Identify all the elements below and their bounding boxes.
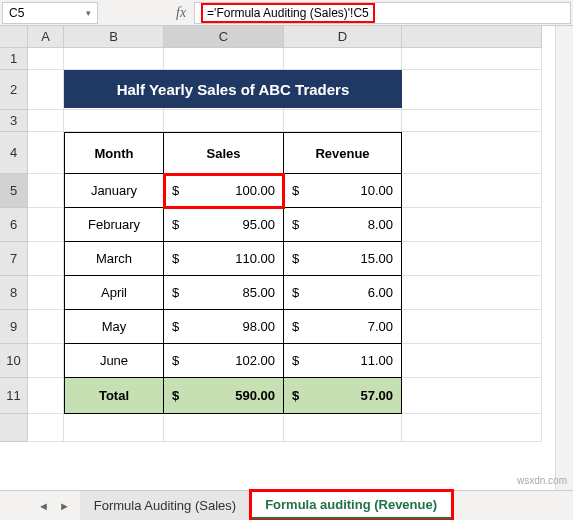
cell-month[interactable]: January xyxy=(64,174,164,208)
table-row-total: Total $590.00 $57.00 xyxy=(64,378,402,414)
tab-nav[interactable]: ◄ ► xyxy=(28,491,80,520)
row-header-1[interactable]: 1 xyxy=(0,48,28,70)
watermark: wsxdn.com xyxy=(517,475,567,486)
table-row: May $98.00 $7.00 xyxy=(64,310,402,344)
cell-revenue[interactable]: $8.00 xyxy=(284,208,402,242)
triangle-left-icon[interactable]: ◄ xyxy=(38,500,49,512)
header-sales: Sales xyxy=(164,132,284,174)
cells-area[interactable]: Half Yearly Sales of ABC Traders Month S… xyxy=(28,48,542,442)
column-headers: A B C D xyxy=(0,26,573,48)
row-header-6[interactable]: 6 xyxy=(0,208,28,242)
table-row: March $110.00 $15.00 xyxy=(64,242,402,276)
cell-sales[interactable]: $85.00 xyxy=(164,276,284,310)
cell-month[interactable]: May xyxy=(64,310,164,344)
cell-revenue[interactable]: $10.00 xyxy=(284,174,402,208)
fx-icon[interactable]: fx xyxy=(168,5,194,21)
cell-revenue[interactable]: $11.00 xyxy=(284,344,402,378)
row-header-10[interactable]: 10 xyxy=(0,344,28,378)
page-title: Half Yearly Sales of ABC Traders xyxy=(64,70,402,108)
cell-sales[interactable]: $110.00 xyxy=(164,242,284,276)
formula-input[interactable]: ='Formula Auditing (Sales)'!C5 xyxy=(194,2,571,24)
row-header-5[interactable]: 5 xyxy=(0,174,28,208)
row-header-7[interactable]: 7 xyxy=(0,242,28,276)
col-header-c[interactable]: C xyxy=(164,26,284,48)
table-row: January $100.00 $10.00 xyxy=(64,174,402,208)
cell-sales[interactable]: $102.00 xyxy=(164,344,284,378)
row-header-2[interactable]: 2 xyxy=(0,70,28,110)
name-box[interactable]: C5 ▾ xyxy=(2,2,98,24)
cell-revenue[interactable]: $7.00 xyxy=(284,310,402,344)
header-revenue: Revenue xyxy=(284,132,402,174)
cell-revenue[interactable]: $15.00 xyxy=(284,242,402,276)
col-header-b[interactable]: B xyxy=(64,26,164,48)
table-row: February $95.00 $8.00 xyxy=(64,208,402,242)
tab-sales[interactable]: Formula Auditing (Sales) xyxy=(80,491,251,520)
cell-month[interactable]: June xyxy=(64,344,164,378)
col-header-blank[interactable] xyxy=(402,26,542,48)
cell-total-label[interactable]: Total xyxy=(64,378,164,414)
col-header-d[interactable]: D xyxy=(284,26,402,48)
tab-label: Formula auditing (Revenue) xyxy=(265,497,437,512)
cell-month[interactable]: February xyxy=(64,208,164,242)
row-header-4[interactable]: 4 xyxy=(0,132,28,174)
chevron-down-icon[interactable]: ▾ xyxy=(86,8,91,18)
tab-revenue[interactable]: Formula auditing (Revenue) xyxy=(251,491,452,520)
cell-month[interactable]: April xyxy=(64,276,164,310)
data-table: Month Sales Revenue January $100.00 $10.… xyxy=(64,132,402,414)
row-header-8[interactable]: 8 xyxy=(0,276,28,310)
cell-total-revenue[interactable]: $57.00 xyxy=(284,378,402,414)
formula-bar: C5 ▾ fx ='Formula Auditing (Sales)'!C5 xyxy=(0,0,573,26)
tab-label: Formula Auditing (Sales) xyxy=(94,498,236,513)
cell-sales-active[interactable]: $100.00 xyxy=(164,174,284,208)
cell-revenue[interactable]: $6.00 xyxy=(284,276,402,310)
table-row: June $102.00 $11.00 xyxy=(64,344,402,378)
select-all-button[interactable] xyxy=(0,26,28,48)
col-header-a[interactable]: A xyxy=(28,26,64,48)
cell-sales[interactable]: $98.00 xyxy=(164,310,284,344)
row-header-11[interactable]: 11 xyxy=(0,378,28,414)
vertical-scrollbar[interactable] xyxy=(555,26,573,490)
sheet-tabs: ◄ ► Formula Auditing (Sales) Formula aud… xyxy=(0,490,573,520)
formula-text: ='Formula Auditing (Sales)'!C5 xyxy=(201,3,375,23)
row-header-3[interactable]: 3 xyxy=(0,110,28,132)
header-month: Month xyxy=(64,132,164,174)
cell-month[interactable]: March xyxy=(64,242,164,276)
table-row: April $85.00 $6.00 xyxy=(64,276,402,310)
triangle-right-icon[interactable]: ► xyxy=(59,500,70,512)
row-header-blank[interactable] xyxy=(0,414,28,442)
row-header-9[interactable]: 9 xyxy=(0,310,28,344)
row-headers: 1 2 3 4 5 6 7 8 9 10 11 xyxy=(0,48,28,442)
cell-sales[interactable]: $95.00 xyxy=(164,208,284,242)
cell-total-sales[interactable]: $590.00 xyxy=(164,378,284,414)
name-box-value: C5 xyxy=(9,6,24,20)
